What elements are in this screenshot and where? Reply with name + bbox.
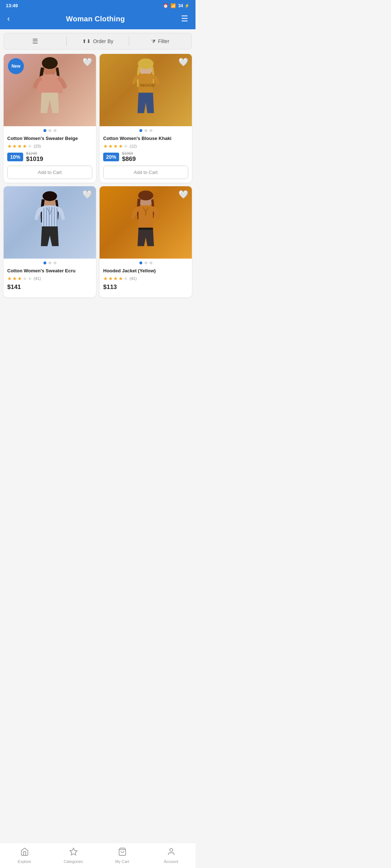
- image-dots-2: [100, 126, 192, 134]
- stars-1: ★ ★ ★ ★ ★: [7, 143, 32, 149]
- star-3-4: ★: [22, 276, 27, 281]
- dot-3: [54, 129, 56, 132]
- star-2-2: ★: [108, 143, 113, 149]
- filter-button[interactable]: ⧩ Filter: [129, 33, 192, 49]
- dot-3-2: [150, 129, 152, 132]
- image-dots-4: [100, 259, 192, 267]
- rating-row-3: ★ ★ ★ ★ ★ (41): [7, 276, 92, 281]
- rating-row-4: ★ ★ ★ ★ ★ (41): [103, 276, 188, 281]
- product-card-3[interactable]: 🤍: [4, 186, 96, 297]
- wishlist-button-3[interactable]: 🤍: [83, 190, 92, 199]
- star-1-5: ★: [28, 143, 32, 149]
- review-count-1: (23): [34, 144, 41, 148]
- image-dots-3: [4, 259, 96, 267]
- star-2-1: ★: [103, 143, 108, 149]
- current-price-1: $1019: [26, 156, 43, 163]
- dot-active-2: [139, 129, 142, 132]
- price-group-2: $1069 $869: [122, 151, 136, 163]
- battery-icon: 34 ⚡: [178, 3, 190, 8]
- svg-point-1: [42, 57, 58, 69]
- star-2-4: ★: [118, 143, 123, 149]
- product-card-1[interactable]: New 🤍 Co: [4, 54, 96, 183]
- filter-label: Filter: [158, 38, 169, 44]
- rating-row-1: ★ ★ ★ ★ ★ (23): [7, 143, 92, 149]
- signal-icon: 📶: [171, 3, 176, 8]
- product-name-3: Cotton Women's Sweater Ecru: [7, 268, 92, 274]
- dot-2-2: [144, 129, 147, 132]
- dot-active-4: [139, 261, 142, 264]
- product-image-3: 🤍: [4, 186, 96, 259]
- discount-badge-1: 10%: [7, 153, 23, 161]
- order-by-button[interactable]: ⬆⬇ Order By: [67, 33, 129, 49]
- review-count-4: (41): [130, 276, 137, 281]
- filter-icon: ⧩: [151, 38, 156, 44]
- star-2-5: ★: [123, 143, 128, 149]
- star-2-3: ★: [113, 143, 118, 149]
- sort-icon: ⬆⬇: [82, 38, 91, 44]
- product-name-4: Hooded Jacket (Yellow): [103, 268, 188, 274]
- star-4-3: ★: [113, 276, 118, 281]
- star-4-1: ★: [103, 276, 108, 281]
- product-image-1: New 🤍: [4, 54, 96, 126]
- original-price-2: $1069: [122, 151, 136, 156]
- star-3-5: ★: [28, 276, 32, 281]
- product-name-2: Cotton Women's Blouse Khaki: [103, 136, 188, 142]
- star-3-2: ★: [12, 276, 17, 281]
- dot-active-3: [43, 261, 46, 264]
- svg-point-16: [145, 211, 147, 213]
- discount-badge-2: 20%: [103, 153, 119, 161]
- dot-2-3: [49, 261, 51, 264]
- star-3-1: ★: [7, 276, 12, 281]
- status-bar: 13:49 ⏰ 📶 34 ⚡: [0, 0, 196, 10]
- menu-button[interactable]: ☰: [181, 14, 188, 24]
- product-image-4: 🤍: [100, 186, 192, 259]
- list-view-toggle[interactable]: ☰: [4, 33, 66, 49]
- product-info-4: Hooded Jacket (Yellow) ★ ★ ★ ★ ★ (41) $1…: [100, 267, 192, 297]
- alarm-icon: ⏰: [163, 3, 168, 8]
- star-4-5: ★: [123, 276, 128, 281]
- dot-3-4: [150, 261, 152, 264]
- product-info-3: Cotton Women's Sweater Ecru ★ ★ ★ ★ ★ (4…: [4, 267, 96, 297]
- product-card-4[interactable]: 🤍: [100, 186, 192, 297]
- new-badge-1: New: [8, 58, 24, 74]
- svg-point-14: [138, 191, 154, 200]
- back-button[interactable]: ‹: [7, 14, 10, 24]
- product-info-2: Cotton Women's Blouse Khaki ★ ★ ★ ★ ★ (1…: [100, 134, 192, 183]
- svg-point-6: [43, 191, 57, 201]
- price-row-2: 20% $1069 $869: [103, 151, 188, 163]
- star-1-2: ★: [12, 143, 17, 149]
- review-count-3: (41): [34, 276, 41, 281]
- current-price-4: $113: [103, 284, 188, 291]
- price-row-1: 10% $1249 $1019: [7, 151, 92, 163]
- wishlist-button-2[interactable]: 🤍: [178, 58, 188, 67]
- image-dots-1: [4, 126, 96, 134]
- current-price-2: $869: [122, 156, 136, 163]
- star-4-2: ★: [108, 276, 113, 281]
- product-figure-2: MOOD: [100, 54, 192, 126]
- header: ‹ Woman Clothing ☰: [0, 10, 196, 29]
- svg-rect-18: [139, 227, 153, 229]
- status-icons: ⏰ 📶 34 ⚡: [163, 3, 190, 8]
- star-1-3: ★: [17, 143, 22, 149]
- wishlist-button-4[interactable]: 🤍: [178, 190, 188, 199]
- current-price-3: $141: [7, 284, 92, 291]
- status-time: 13:49: [6, 3, 18, 8]
- add-to-cart-button-1[interactable]: Add to Cart: [7, 166, 92, 179]
- dot-2-4: [144, 261, 147, 264]
- stars-3: ★ ★ ★ ★ ★: [7, 276, 32, 281]
- product-figure-3: [4, 186, 96, 259]
- svg-text:MOOD: MOOD: [140, 83, 155, 88]
- star-1-4: ★: [22, 143, 27, 149]
- original-price-1: $1249: [26, 151, 43, 156]
- dot-3-3: [54, 261, 56, 264]
- product-card-2[interactable]: 🤍 MOOD Cotton Women's Blouse Kh: [100, 54, 192, 183]
- products-grid: New 🤍 Co: [0, 50, 196, 302]
- wishlist-button-1[interactable]: 🤍: [83, 58, 92, 67]
- product-image-2: 🤍 MOOD: [100, 54, 192, 126]
- star-1-1: ★: [7, 143, 12, 149]
- add-to-cart-button-2[interactable]: Add to Cart: [103, 166, 188, 179]
- product-info-1: Cotton Women's Sweater Beige ★ ★ ★ ★ ★ (…: [4, 134, 96, 183]
- star-3-3: ★: [17, 276, 22, 281]
- page-title: Woman Clothing: [66, 15, 125, 23]
- review-count-2: (12): [130, 144, 137, 148]
